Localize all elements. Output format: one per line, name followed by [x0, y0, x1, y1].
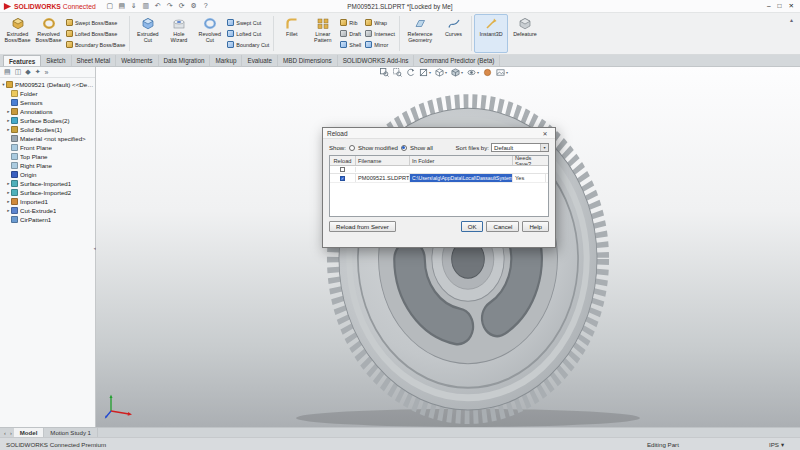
tab-solidworks-addins[interactable]: SOLIDWORKS Add-Ins: [338, 55, 415, 66]
tab-weldments[interactable]: Weldments: [116, 55, 158, 66]
swept-cut-button[interactable]: Swept Cut: [227, 18, 269, 28]
header-filename[interactable]: Filename: [356, 156, 410, 165]
header-needs-save[interactable]: Needs Save?: [513, 156, 546, 165]
tree-item-cut-extrude1[interactable]: ▸Cut-Extrude1: [1, 206, 94, 215]
reload-from-server-button[interactable]: Reload from Server: [329, 221, 396, 232]
tree-item-top-plane[interactable]: Top Plane: [1, 152, 94, 161]
configuration-manager-tab-icon[interactable]: ◆: [25, 68, 30, 76]
hide-show-items-icon[interactable]: ▾: [467, 68, 479, 77]
save-icon[interactable]: ⇓: [130, 2, 138, 10]
boundary-boss-button[interactable]: Boundary Boss/Base: [66, 40, 125, 50]
tab-command-predictor[interactable]: Command Predictor (Beta): [414, 55, 500, 66]
intersect-button[interactable]: Intersect: [365, 29, 395, 39]
section-view-icon[interactable]: ▾: [419, 68, 431, 77]
header-reload[interactable]: Reload: [330, 156, 356, 165]
property-manager-tab-icon[interactable]: ◫: [15, 68, 22, 76]
mirror-button[interactable]: Mirror: [365, 40, 395, 50]
tree-item-solid-bodies[interactable]: ▸Solid Bodies(1): [1, 125, 94, 134]
row-checkbox[interactable]: ✓: [340, 176, 345, 181]
show-all-label[interactable]: Show all: [410, 144, 433, 151]
open-icon[interactable]: ▤: [118, 2, 126, 10]
tab-sheet-metal[interactable]: Sheet Metal: [72, 55, 117, 66]
curves-button[interactable]: Curves: [438, 14, 469, 53]
show-modified-label[interactable]: Show modified: [358, 144, 398, 151]
revolved-boss-button[interactable]: Revolved Boss/Base: [33, 14, 64, 53]
plane-icon: [11, 144, 18, 151]
reference-geometry-button[interactable]: Reference Geometry: [402, 14, 438, 53]
display-style-icon[interactable]: ▾: [451, 68, 463, 77]
options-icon[interactable]: ⚙: [190, 2, 198, 10]
tab-markup[interactable]: Markup: [210, 55, 242, 66]
table-row[interactable]: ✓ PM009521.SLDPRT C:\Users\alg\AppData\L…: [330, 174, 548, 183]
feature-tree-tab-icon[interactable]: ▤: [4, 68, 11, 76]
dialog-titlebar[interactable]: Reload ✕: [323, 128, 555, 139]
tab-data-migration[interactable]: Data Migration: [159, 55, 211, 66]
view-settings-icon[interactable]: ▾: [496, 68, 508, 77]
tree-item-right-plane[interactable]: Right Plane: [1, 161, 94, 170]
maximize-icon[interactable]: □: [778, 2, 782, 10]
show-all-radio[interactable]: [401, 145, 407, 151]
close-icon[interactable]: ✕: [789, 2, 794, 10]
sort-files-select[interactable]: Default ▾: [491, 143, 549, 152]
print-icon[interactable]: ▥: [142, 2, 150, 10]
tree-item-material[interactable]: Material <not specified>: [1, 134, 94, 143]
tree-item-imported1[interactable]: ▸Imported1: [1, 197, 94, 206]
linear-pattern-button[interactable]: Linear Pattern: [307, 14, 338, 53]
select-all-checkbox[interactable]: [340, 167, 345, 172]
rebuild-icon[interactable]: ⟳: [178, 2, 186, 10]
cell-in-folder[interactable]: C:\Users\alg\AppData\Local\DassaultSyste…: [410, 174, 513, 182]
fillet-button[interactable]: Fillet: [276, 14, 307, 53]
tree-item-surface-bodies[interactable]: ▸Surface Bodies(2): [1, 116, 94, 125]
rib-button[interactable]: Rib: [340, 18, 361, 28]
redo-icon[interactable]: ↷: [166, 2, 174, 10]
shell-button[interactable]: Shell: [340, 40, 361, 50]
dimxpert-tab-icon[interactable]: ✦: [35, 68, 41, 76]
tree-item-folder[interactable]: Folder: [1, 89, 94, 98]
close-icon[interactable]: ✕: [539, 130, 551, 137]
tab-mbd-dimensions[interactable]: MBD Dimensions: [278, 55, 338, 66]
ribbon-collapse-icon[interactable]: ▴: [785, 14, 798, 53]
tab-motion-study[interactable]: Motion Study 1: [44, 428, 98, 438]
undo-icon[interactable]: ↶: [154, 2, 162, 10]
help-button[interactable]: Help: [522, 221, 549, 232]
tree-item-cirpattern1[interactable]: CirPattern1: [1, 215, 94, 224]
units-selector[interactable]: IPS ▾: [769, 441, 784, 448]
zoom-area-icon[interactable]: [393, 68, 402, 77]
tree-item-surface-imported2[interactable]: ▸Surface-Imported2: [1, 188, 94, 197]
tab-model[interactable]: Model: [14, 428, 45, 438]
extruded-boss-icon: [11, 17, 25, 30]
extruded-cut-button[interactable]: Extruded Cut: [132, 14, 163, 53]
tree-item-front-plane[interactable]: Front Plane: [1, 143, 94, 152]
previous-view-icon[interactable]: [406, 68, 415, 77]
revolved-cut-button[interactable]: Revolved Cut: [194, 14, 225, 53]
extruded-boss-button[interactable]: Extruded Boss/Base: [2, 14, 33, 53]
tree-item-sensors[interactable]: Sensors: [1, 98, 94, 107]
defeature-button[interactable]: Defeature: [508, 14, 542, 53]
zoom-fit-icon[interactable]: [380, 68, 389, 77]
cancel-button[interactable]: Cancel: [486, 221, 519, 232]
lofted-cut-button[interactable]: Lofted Cut: [227, 29, 269, 39]
tab-evaluate[interactable]: Evaluate: [242, 55, 278, 66]
help-icon[interactable]: ?: [202, 2, 210, 10]
show-modified-radio[interactable]: [349, 145, 355, 151]
ok-button[interactable]: OK: [461, 221, 484, 232]
tree-item-annotations[interactable]: ▸Annotations: [1, 107, 94, 116]
hole-wizard-button[interactable]: Hole Wizard: [163, 14, 194, 53]
tab-features[interactable]: Features: [3, 55, 41, 66]
tab-sketch[interactable]: Sketch: [41, 55, 71, 66]
draft-button[interactable]: Draft: [340, 29, 361, 39]
panel-more-icon[interactable]: »: [45, 69, 49, 76]
tree-item-origin[interactable]: Origin: [1, 170, 94, 179]
tree-item-surface-imported1[interactable]: ▸Surface-Imported1: [1, 179, 94, 188]
boundary-cut-button[interactable]: Boundary Cut: [227, 40, 269, 50]
header-in-folder[interactable]: In Folder: [410, 156, 513, 165]
tree-item-root[interactable]: ▾ PM009521 (Default) <<Default>_Displ: [1, 80, 94, 89]
view-orientation-icon[interactable]: ▾: [435, 68, 447, 77]
new-icon[interactable]: ▢: [106, 2, 114, 10]
wrap-button[interactable]: Wrap: [365, 18, 395, 28]
swept-boss-button[interactable]: Swept Boss/Base: [66, 18, 125, 28]
edit-appearance-icon[interactable]: [483, 68, 492, 77]
minimize-icon[interactable]: –: [767, 2, 771, 10]
instant3d-button[interactable]: Instant3D: [474, 14, 508, 53]
lofted-boss-button[interactable]: Lofted Boss/Base: [66, 29, 125, 39]
